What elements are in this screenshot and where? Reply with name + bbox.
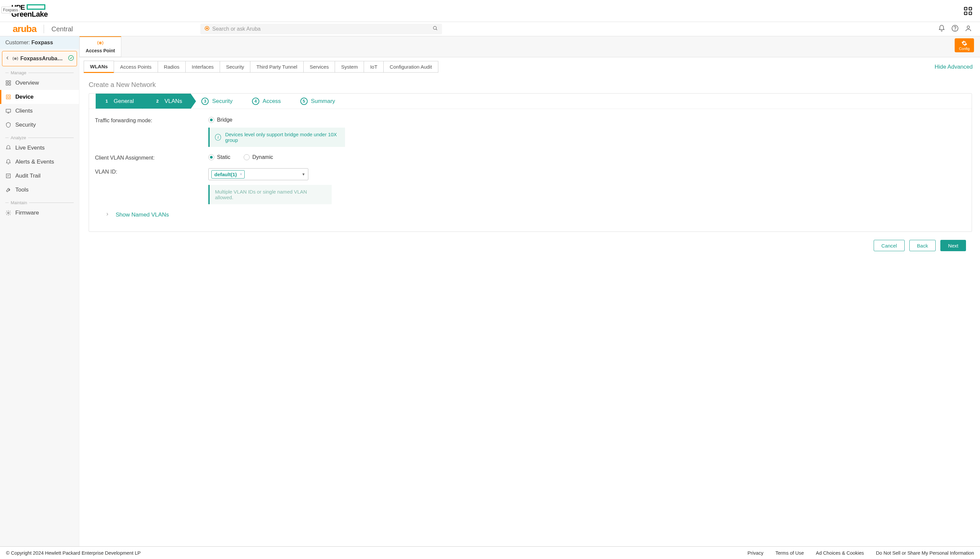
footer-link-donotsell[interactable]: Do Not Sell or Share My Personal Informa…: [876, 550, 974, 556]
radio-label: Static: [217, 154, 230, 160]
chevron-right-icon: [105, 212, 109, 218]
footer-link-terms[interactable]: Terms of Use: [775, 550, 804, 556]
hide-advanced-link[interactable]: Hide Advanced: [935, 64, 975, 70]
bell-icon[interactable]: [938, 25, 945, 33]
svg-rect-10: [6, 81, 8, 82]
wizard-steps: 1General 2VLANs 3Security 4Access 5Summa…: [89, 94, 972, 109]
sidebar-item-label: Clients: [15, 108, 33, 114]
tab-security[interactable]: Security: [220, 61, 250, 73]
aruba-bar: aruba Central: [0, 22, 980, 36]
sidebar-item-security[interactable]: Security: [0, 118, 79, 132]
sidebar-item-label: Firmware: [15, 210, 39, 216]
page-title: Create a New Network: [89, 81, 972, 89]
device-breadcrumb[interactable]: FoxpassArubaAP…: [2, 51, 77, 66]
traffic-mode-label: Traffic forwarding mode:: [95, 117, 208, 124]
svg-rect-12: [6, 84, 8, 85]
tab-third-party-tunnel[interactable]: Third Party Tunnel: [250, 61, 303, 73]
vlan-id-select[interactable]: default(1) × ▼: [208, 168, 308, 180]
chevron-down-icon[interactable]: ▼: [302, 172, 305, 176]
svg-point-5: [955, 30, 955, 30]
sidebar-item-device[interactable]: Device: [0, 90, 79, 104]
show-named-vlans[interactable]: Show Named VLANs: [95, 212, 966, 218]
tab-iot[interactable]: IoT: [364, 61, 384, 73]
svg-line-3: [436, 29, 437, 30]
search-input[interactable]: [212, 26, 430, 32]
ap-icon: [12, 56, 18, 62]
sidebar-item-label: Audit Trail: [15, 172, 41, 179]
content: Access Point Config WLANs Access Points …: [80, 36, 980, 546]
aruba-search-icon: [204, 26, 210, 32]
context-access-point-card[interactable]: Access Point: [80, 36, 121, 57]
group-analyze: Analyze: [0, 132, 79, 141]
vlan-id-label: VLAN ID:: [95, 168, 208, 175]
info-text: Devices level only support bridge mode u…: [225, 132, 340, 143]
radio-bridge[interactable]: Bridge: [208, 117, 232, 123]
sidebar-item-label: Alerts & Events: [15, 159, 54, 165]
vlan-chip-label: default(1): [214, 172, 237, 177]
radio-label: Dynamic: [252, 154, 273, 160]
customer-label: Customer:: [5, 40, 32, 45]
radio-static[interactable]: Static: [208, 154, 230, 160]
aruba-logo[interactable]: aruba: [13, 24, 36, 34]
group-maintain: Maintain: [0, 197, 79, 206]
app-launcher-icon[interactable]: [964, 7, 972, 15]
back-button[interactable]: Back: [909, 240, 936, 251]
sidebar-item-firmware[interactable]: Firmware: [0, 206, 79, 220]
tab-interfaces[interactable]: Interfaces: [185, 61, 220, 73]
svg-point-18: [8, 212, 9, 214]
tab-system[interactable]: System: [335, 61, 364, 73]
radio-dynamic[interactable]: Dynamic: [244, 154, 273, 160]
vlan-chip[interactable]: default(1) ×: [211, 170, 245, 179]
svg-point-1: [206, 27, 208, 29]
tab-radios[interactable]: Radios: [158, 61, 186, 73]
sidebar-item-label: Device: [15, 94, 34, 100]
step-general[interactable]: 1General: [96, 94, 143, 109]
tenant-tag: Foxpass: [1, 7, 20, 13]
hpe-rect-icon: [27, 4, 45, 10]
sidebar-item-tools[interactable]: Tools: [0, 183, 79, 197]
svg-point-9: [69, 56, 74, 61]
config-label: Config: [959, 46, 970, 51]
info-text: Multiple VLAN IDs or single named VLAN a…: [215, 189, 326, 200]
sidebar-item-overview[interactable]: Overview: [0, 76, 79, 90]
global-search[interactable]: [200, 24, 442, 34]
sidebar-item-clients[interactable]: Clients: [0, 104, 79, 118]
footer-link-adchoices[interactable]: Ad Choices & Cookies: [816, 550, 864, 556]
aruba-product: Central: [51, 25, 73, 33]
step-vlans[interactable]: 2VLANs: [143, 94, 191, 109]
user-icon[interactable]: [965, 25, 972, 33]
sidebar-item-alerts-events[interactable]: Alerts & Events: [0, 155, 79, 169]
info-icon: i: [215, 134, 221, 141]
aruba-brand-text: aruba: [13, 24, 36, 34]
tab-wlans[interactable]: WLANs: [84, 61, 114, 73]
context-title: Access Point: [86, 48, 115, 53]
customer-box[interactable]: Customer: Foxpass: [0, 36, 79, 49]
sidebar-item-live-events[interactable]: Live Events: [0, 141, 79, 155]
step-label: VLANs: [164, 98, 182, 104]
search-icon[interactable]: [433, 26, 438, 32]
ap-icon: [80, 40, 121, 47]
tab-services[interactable]: Services: [303, 61, 335, 73]
sidebar-item-label: Security: [15, 122, 36, 128]
svg-rect-13: [9, 84, 11, 85]
step-access[interactable]: 4Access: [241, 94, 290, 109]
back-arrow-icon[interactable]: [5, 55, 10, 62]
svg-point-15: [7, 96, 9, 98]
sidebar: Customer: Foxpass FoxpassArubaAP… Manage…: [0, 36, 80, 546]
step-summary[interactable]: 5Summary: [290, 94, 344, 109]
svg-rect-16: [6, 109, 11, 112]
sidebar-item-audit-trail[interactable]: Audit Trail: [0, 169, 79, 183]
step-security[interactable]: 3Security: [191, 94, 241, 109]
footer-link-privacy[interactable]: Privacy: [748, 550, 764, 556]
next-button[interactable]: Next: [940, 240, 966, 251]
svg-point-6: [967, 26, 969, 28]
cancel-button[interactable]: Cancel: [874, 240, 905, 251]
wizard-buttons: Cancel Back Next: [89, 235, 972, 257]
chip-remove-icon[interactable]: ×: [240, 172, 242, 177]
tab-access-points[interactable]: Access Points: [114, 61, 158, 73]
help-icon[interactable]: [951, 25, 958, 33]
svg-rect-14: [6, 95, 10, 99]
tab-configuration-audit[interactable]: Configuration Audit: [383, 61, 438, 73]
step-label: General: [114, 98, 134, 104]
config-button[interactable]: Config: [955, 38, 974, 52]
